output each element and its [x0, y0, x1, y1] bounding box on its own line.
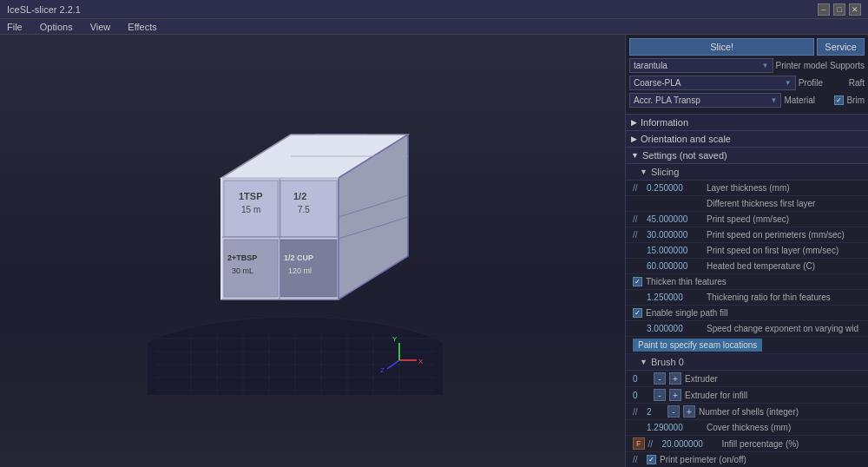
subsection-slicing[interactable]: ▼ Slicing: [626, 164, 868, 181]
setting-row-extruder-infill: 0 - + Extruder for infill: [626, 387, 868, 404]
section-information[interactable]: ▶ Information: [626, 115, 868, 131]
settings-label: Settings (not saved): [642, 150, 727, 161]
slice-service-row: Slice! Service: [629, 38, 865, 56]
printer-dropdown[interactable]: tarantula ▼: [629, 58, 773, 73]
menubar: File Options View Effects: [0, 19, 868, 35]
diff-thickness-name: Different thickness first layer: [707, 199, 861, 208]
svg-text:X: X: [418, 358, 424, 365]
menu-view[interactable]: View: [87, 22, 115, 32]
titlebar-controls[interactable]: – □ ✕: [818, 3, 861, 16]
bed-temp-name: Heated bed temperature (C): [707, 261, 861, 271]
slash-icon-4: //: [633, 230, 643, 240]
paint-seam-button[interactable]: Paint to specify seam locations: [633, 339, 762, 352]
svg-text:1/2: 1/2: [293, 191, 306, 201]
extruder-infill-plus-button[interactable]: +: [669, 389, 681, 401]
svg-text:7.5: 7.5: [298, 205, 310, 214]
setting-row-first-layer-speed: 15.000000 Print speed on first layer (mm…: [626, 243, 868, 259]
layer-thickness-value: 0.250000: [647, 183, 703, 193]
orientation-arrow-icon: ▶: [631, 135, 637, 143]
orientation-label: Orientation and scale: [641, 134, 731, 144]
extruder-name: Extruder: [685, 374, 861, 384]
slicing-label: Slicing: [651, 167, 679, 177]
svg-text:Z: Z: [380, 366, 385, 374]
brim-checkbox[interactable]: [834, 95, 844, 105]
setting-row-extruder: 0 - + Extruder: [626, 371, 868, 387]
menu-file[interactable]: File: [3, 22, 26, 32]
setting-row-thicken-ratio: 1.250000 Thickening ratio for thin featu…: [626, 290, 868, 306]
printer-label: Printer model: [776, 61, 827, 70]
material-arrow-icon: ▼: [771, 96, 778, 104]
setting-row-shells: // 2 - + Number of shells (integer): [626, 404, 868, 420]
slice-button[interactable]: Slice!: [629, 38, 814, 56]
material-row: Accr. PLA Transp ▼ Material Brim: [629, 93, 865, 108]
setting-row-speed-change: 3.000000 Speed change exponent on varyin…: [626, 321, 868, 337]
setting-row-diff-thickness: Different thickness first layer: [626, 196, 868, 212]
section-orientation[interactable]: ▶ Orientation and scale: [626, 131, 868, 148]
profile-label: Profile: [799, 78, 846, 88]
profile-row: Coarse-PLA ▼ Profile Raft: [629, 76, 865, 90]
extruder-minus-button[interactable]: -: [654, 372, 666, 385]
extruder-infill-name: Extruder for infill: [685, 391, 861, 400]
slash-icon-12: //: [633, 455, 643, 464]
setting-row-infill-pct: F // 20.000000 Infill percentage (%): [626, 436, 868, 452]
profile-dropdown[interactable]: Coarse-PLA ▼: [629, 76, 796, 90]
print-speed-value: 45.000000: [647, 214, 703, 224]
bed-temp-value: 60.000000: [647, 261, 703, 271]
thicken-checkbox[interactable]: [633, 277, 642, 286]
titlebar-left: IceSL-slicer 2.2.1: [7, 4, 81, 15]
close-button[interactable]: ✕: [849, 3, 861, 16]
print-perimeter-name: Print perimeter (on/off): [660, 455, 861, 464]
single-path-checkbox[interactable]: [633, 308, 642, 318]
settings-panel: ▶ Information ▶ Orientation and scale ▼ …: [626, 115, 868, 467]
f-badge: F: [633, 437, 645, 450]
section-settings[interactable]: ▼ Settings (not saved): [626, 148, 868, 164]
slash-icon-9: //: [633, 407, 643, 417]
shells-minus-button[interactable]: -: [667, 405, 680, 418]
slash-icon-11: //: [648, 439, 659, 449]
speed-change-name: Speed change exponent on varying wid: [707, 324, 861, 333]
viewport[interactable]: 1TSP 15 m 1/2 7.5 1/2 CUP 120 ml 2+TBSP …: [0, 35, 625, 467]
printer-row: tarantula ▼ Printer model Supports: [629, 58, 865, 73]
setting-row-bed-temp: 60.000000 Heated bed temperature (C): [626, 259, 868, 274]
brim-label: Brim: [846, 95, 865, 105]
menu-options[interactable]: Options: [36, 22, 76, 32]
setting-row-single-path: Enable single path fill: [626, 306, 868, 321]
print-speed-name: Print speed (mm/sec): [707, 214, 861, 224]
information-arrow-icon: ▶: [631, 118, 637, 127]
brush-arrow-icon: ▼: [640, 358, 648, 366]
svg-text:120 ml: 120 ml: [288, 266, 312, 275]
shells-plus-button[interactable]: +: [683, 405, 695, 418]
cover-thickness-value: 1.290000: [647, 423, 703, 432]
print-perimeter-checkbox[interactable]: [647, 455, 656, 464]
menu-effects[interactable]: Effects: [124, 22, 160, 32]
setting-row-perimeter-speed: // 30.000000 Print speed on perimeters (…: [626, 227, 868, 243]
minimize-button[interactable]: –: [818, 3, 830, 16]
setting-row-print-perimeter: // Print perimeter (on/off): [626, 452, 868, 467]
raft-label: Raft: [849, 78, 865, 88]
material-dropdown[interactable]: Accr. PLA Transp ▼: [629, 93, 781, 108]
service-button[interactable]: Service: [817, 38, 865, 56]
subsection-brush[interactable]: ▼ Brush 0: [626, 354, 868, 371]
svg-text:15 m: 15 m: [241, 205, 260, 214]
slash-icon-1: //: [633, 183, 643, 193]
extruder-plus-button[interactable]: +: [669, 372, 681, 385]
infill-pct-name: Infill percentage (%): [722, 439, 862, 449]
setting-row-cover-thickness: 1.290000 Cover thickness (mm): [626, 420, 868, 436]
cover-thickness-name: Cover thickness (mm): [707, 423, 861, 432]
setting-row-layer-thickness: // 0.250000 Layer thickness (mm): [626, 181, 868, 196]
maximize-button[interactable]: □: [833, 3, 845, 16]
main-layout: 1TSP 15 m 1/2 7.5 1/2 CUP 120 ml 2+TBSP …: [0, 35, 868, 467]
cube-container: 1TSP 15 m 1/2 7.5 1/2 CUP 120 ml 2+TBSP …: [43, 61, 547, 434]
material-label: Material: [784, 95, 832, 105]
profile-arrow-icon: ▼: [785, 79, 792, 87]
top-controls: Slice! Service tarantula ▼ Printer model…: [626, 35, 868, 115]
titlebar: IceSL-slicer 2.2.1 – □ ✕: [0, 0, 868, 19]
extruder-infill-value: 0: [633, 391, 650, 400]
svg-text:2+TBSP: 2+TBSP: [227, 253, 257, 262]
thicken-name: Thicken thin features: [646, 277, 861, 286]
setting-row-thicken: Thicken thin features: [626, 274, 868, 290]
setting-row-paint-seam: Paint to specify seam locations: [626, 337, 868, 354]
material-value: Accr. PLA Transp: [634, 95, 700, 105]
extruder-infill-minus-button[interactable]: -: [654, 389, 666, 401]
shells-name: Number of shells (integer): [699, 407, 861, 417]
